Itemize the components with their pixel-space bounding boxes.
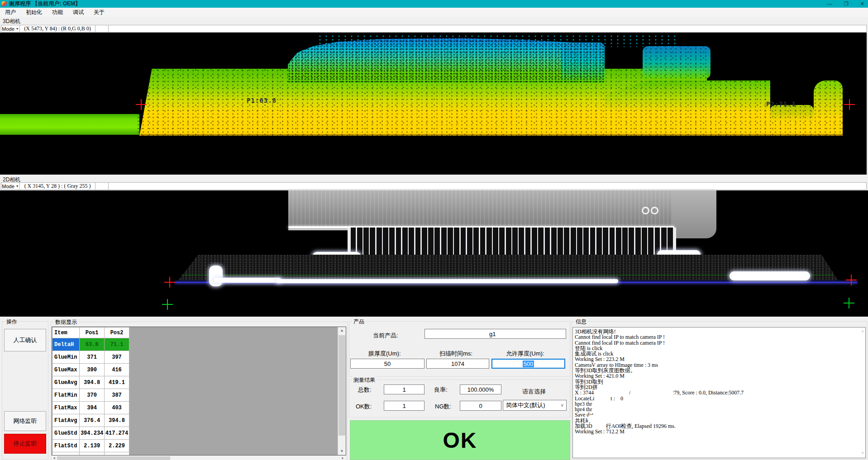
table-cell[interactable]: 370: [80, 389, 105, 402]
current-product-label: 当前产品:: [373, 332, 398, 340]
allow-thickness-input[interactable]: 500: [491, 359, 565, 369]
table-cell[interactable]: 403: [105, 402, 129, 414]
table-cell[interactable]: GlueMax: [52, 364, 80, 376]
table-cell[interactable]: 394.8: [80, 376, 105, 389]
table-cell[interactable]: 63.8: [80, 338, 105, 351]
manual-confirm-button[interactable]: 人工确认: [4, 329, 46, 351]
log-listbox[interactable]: 3D相机没有网络!Cannot find local IP to match c…: [572, 327, 866, 458]
film-thickness-label: 膜厚度(Um):: [368, 350, 401, 358]
scroll-down-icon[interactable]: ˅: [861, 451, 864, 455]
menu-item[interactable]: 关于: [89, 8, 110, 17]
maximize-button[interactable]: ❐: [844, 0, 849, 8]
yield-field[interactable]: 100.000%: [460, 384, 501, 394]
data-grid[interactable]: ItemPos1Pos2DeltaH63.871.1GlueMin371397G…: [52, 327, 346, 455]
result-title: 测量结果: [352, 376, 377, 384]
table-cell[interactable]: FlatAvg: [52, 414, 80, 427]
table-row[interactable]: FlatMax394403: [52, 402, 129, 414]
camera2d-view[interactable]: [0, 190, 868, 317]
table-cell[interactable]: DeltaH: [52, 338, 80, 351]
ok-count-field[interactable]: 1: [384, 401, 424, 411]
p2-measurement-label: P2:71.1: [766, 100, 796, 108]
table-row[interactable]: DeltaH63.871.1: [52, 338, 129, 351]
menu-item[interactable]: 初始化: [21, 8, 47, 17]
pcb-hole: [642, 207, 649, 214]
horizontal-scrollbar[interactable]: ◄ ►: [52, 456, 345, 460]
table-cell[interactable]: 71.1: [105, 338, 129, 351]
table-row[interactable]: GlueMin371397: [52, 351, 129, 364]
ng-count-field[interactable]: 0: [460, 401, 501, 411]
close-button[interactable]: ✕: [860, 0, 864, 8]
table-row[interactable]: X2583.57966.7: [52, 452, 129, 455]
camera3d-view[interactable]: P1:63.8 P2:71.1: [0, 33, 868, 175]
scrollbar-thumb[interactable]: [339, 335, 345, 436]
data-table-area[interactable]: ItemPos1Pos2DeltaH63.871.1GlueMin371397G…: [52, 327, 129, 455]
table-cell[interactable]: 2583.5: [80, 452, 105, 455]
scroll-up-icon[interactable]: ▲: [338, 327, 346, 334]
scan-time-input[interactable]: [426, 359, 489, 369]
table-cell[interactable]: X: [52, 452, 80, 455]
menu-item[interactable]: 用户: [0, 8, 21, 17]
allow-thickness-label: 允许厚度(Um):: [506, 350, 544, 358]
vertical-scrollbar[interactable]: ▲ ▼: [338, 327, 346, 455]
mode-button-3d[interactable]: Mode ▼: [1, 25, 20, 32]
mode-button-2d[interactable]: Mode ▼: [1, 183, 20, 190]
table-cell[interactable]: 417.274: [105, 427, 129, 440]
stop-listen-button[interactable]: 停止监听: [4, 434, 46, 454]
result-status-text: OK: [443, 428, 477, 453]
window-controls: — ❐ ✕: [827, 0, 864, 8]
table-row[interactable]: FlatMin370387: [52, 389, 129, 402]
table-cell[interactable]: 397: [105, 351, 129, 364]
table-cell[interactable]: GlueStd: [52, 427, 80, 440]
table-cell[interactable]: 390: [80, 364, 105, 376]
log-line: Working Set : 223.2 M: [575, 356, 865, 362]
network-listen-button[interactable]: 网络监听: [4, 411, 46, 431]
column-header[interactable]: Pos1: [80, 327, 105, 338]
log-line: X : 3744 /58 Angle : -0.279, Score : 0.0…: [575, 390, 865, 395]
table-cell[interactable]: 419.1: [105, 376, 129, 389]
menu-item[interactable]: 功能: [47, 8, 68, 17]
table-row[interactable]: GlueStd394.234417.274: [52, 427, 129, 440]
table-cell[interactable]: 2.139: [80, 440, 105, 452]
p1-measurement-label: P1:63.8: [247, 97, 277, 104]
table-cell[interactable]: FlatMax: [52, 402, 80, 414]
table-cell[interactable]: 371: [80, 351, 105, 364]
scroll-up-icon[interactable]: ˄: [861, 329, 864, 334]
table-cell[interactable]: 394.234: [80, 427, 105, 440]
table-row[interactable]: FlatAvg376.4394.8: [52, 414, 129, 427]
table-cell[interactable]: 376.4: [80, 414, 105, 427]
mode-bar-cell: [95, 25, 109, 32]
film-thickness-input[interactable]: [350, 359, 424, 369]
minimize-button[interactable]: —: [827, 0, 832, 8]
table-cell[interactable]: 416: [105, 364, 129, 376]
window-title: 测厚程序 【当前用户: OEM】: [9, 0, 81, 8]
table-row[interactable]: FlatStd2.1392.229: [52, 440, 129, 452]
crosshair-red-right: [846, 275, 857, 285]
scroll-down-icon[interactable]: ▼: [338, 448, 346, 455]
table-cell[interactable]: FlatMin: [52, 389, 80, 402]
table-cell[interactable]: 7966.7: [105, 452, 129, 455]
total-count-field[interactable]: 1: [384, 384, 424, 394]
scroll-left-icon[interactable]: ◄: [52, 456, 57, 460]
table-cell[interactable]: FlatStd: [52, 440, 80, 452]
log-line: hpr3 thr: [575, 401, 865, 407]
menu-item[interactable]: 调试: [68, 8, 89, 17]
scrollbar-thumb[interactable]: [57, 456, 170, 460]
table-cell[interactable]: 2.229: [105, 440, 129, 452]
log-line: Cannot find local IP to match camera IP …: [575, 340, 865, 346]
table-cell[interactable]: 394: [80, 402, 105, 414]
table-cell[interactable]: 387: [105, 389, 129, 402]
language-dropdown[interactable]: 简体中文(默认) ˅: [503, 400, 567, 411]
table-cell[interactable]: GlueAvg: [52, 376, 80, 389]
table-row[interactable]: GlueAvg394.8419.1: [52, 376, 129, 389]
menu-bar: 用户初始化功能调试关于: [0, 8, 868, 17]
ok-count-label: OK数:: [356, 403, 372, 411]
table-row[interactable]: GlueMax390416: [52, 364, 129, 376]
column-header[interactable]: Pos2: [105, 327, 129, 338]
table-cell[interactable]: 394.8: [105, 414, 129, 427]
camera3d-label: 3D相机: [3, 18, 20, 25]
scroll-right-icon[interactable]: ►: [340, 456, 345, 460]
current-product-input[interactable]: [424, 329, 566, 339]
table-cell[interactable]: GlueMin: [52, 351, 80, 364]
column-header[interactable]: Item: [52, 327, 80, 338]
glue-bead: [276, 279, 618, 283]
